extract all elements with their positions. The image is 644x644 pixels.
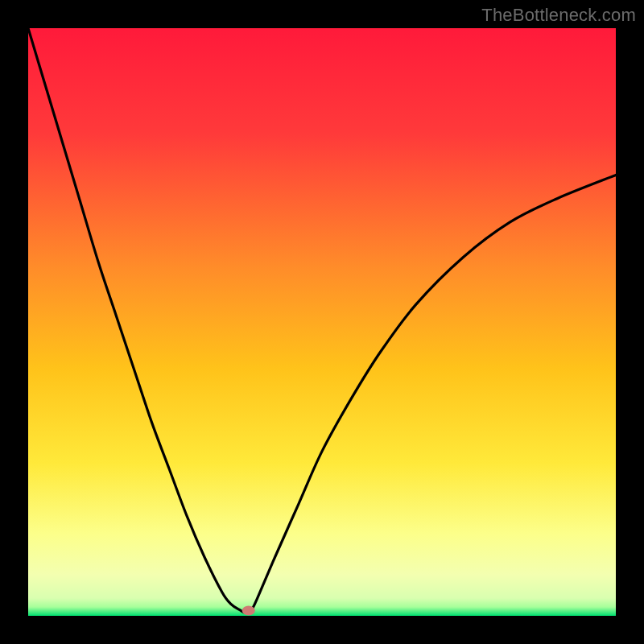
- chart-frame: TheBottleneck.com: [0, 0, 644, 644]
- plot-svg: [28, 28, 616, 616]
- watermark-text: TheBottleneck.com: [481, 5, 636, 26]
- valley-marker: [242, 605, 255, 615]
- plot-area: [28, 28, 616, 616]
- gradient-bg: [28, 28, 616, 616]
